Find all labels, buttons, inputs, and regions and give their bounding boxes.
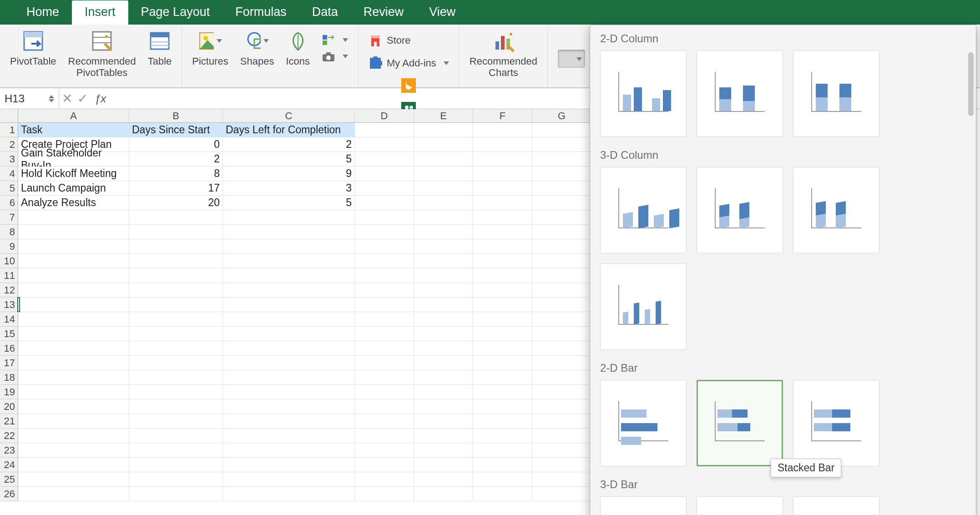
- tab-page-layout[interactable]: Page Layout: [128, 0, 223, 25]
- cell-B17[interactable]: [129, 356, 223, 370]
- cell-A18[interactable]: [18, 370, 129, 385]
- cell-D6[interactable]: [355, 196, 414, 210]
- cell-B8[interactable]: [129, 225, 223, 239]
- cell-F13[interactable]: [473, 298, 532, 312]
- column-bar-chart-button[interactable]: [558, 50, 585, 68]
- cell-B4[interactable]: 8: [129, 167, 223, 181]
- cell-F23[interactable]: [473, 443, 532, 458]
- cell-D13[interactable]: [355, 298, 414, 312]
- row-header-11[interactable]: 11: [0, 268, 18, 283]
- icons-button[interactable]: Icons: [286, 29, 310, 67]
- cell-F25[interactable]: [473, 472, 532, 487]
- cell-D20[interactable]: [355, 399, 414, 414]
- cell-B26[interactable]: [129, 487, 223, 501]
- row-header-8[interactable]: 8: [0, 225, 18, 239]
- cell-A8[interactable]: [18, 225, 129, 239]
- cell-E11[interactable]: [414, 268, 473, 283]
- cell-D2[interactable]: [355, 137, 414, 152]
- cell-A12[interactable]: [18, 283, 129, 298]
- tab-view[interactable]: View: [416, 0, 468, 25]
- cell-E3[interactable]: [414, 152, 473, 167]
- cell-C14[interactable]: [223, 312, 355, 327]
- column-header-A[interactable]: A: [18, 109, 129, 123]
- cell-G25[interactable]: [532, 472, 591, 487]
- cell-C12[interactable]: [223, 283, 355, 298]
- cell-F20[interactable]: [473, 399, 532, 414]
- cell-G16[interactable]: [532, 341, 591, 356]
- cell-F1[interactable]: [473, 123, 532, 137]
- row-header-23[interactable]: 23: [0, 443, 18, 458]
- cell-A5[interactable]: Launch Campaign: [18, 181, 129, 196]
- cell-E16[interactable]: [414, 341, 473, 356]
- cell-C26[interactable]: [223, 487, 355, 501]
- cell-C24[interactable]: [223, 458, 355, 472]
- cell-C8[interactable]: [223, 225, 355, 239]
- cell-G21[interactable]: [532, 414, 591, 429]
- cell-C3[interactable]: 5: [223, 152, 355, 167]
- smartart-button[interactable]: [322, 34, 348, 46]
- cells-area[interactable]: TaskDays Since StartDays Left for Comple…: [18, 123, 591, 501]
- tab-formulas[interactable]: Formulas: [222, 0, 299, 25]
- cell-F11[interactable]: [473, 268, 532, 283]
- chart-option-3d-stacked-bar[interactable]: [697, 496, 783, 515]
- cell-B20[interactable]: [129, 399, 223, 414]
- cell-G6[interactable]: [532, 196, 591, 210]
- cell-B22[interactable]: [129, 429, 223, 443]
- tab-home[interactable]: Home: [14, 0, 72, 25]
- cell-A11[interactable]: [18, 268, 129, 283]
- cell-B21[interactable]: [129, 414, 223, 429]
- cell-C9[interactable]: [223, 239, 355, 254]
- row-header-20[interactable]: 20: [0, 399, 18, 414]
- cell-B3[interactable]: 2: [129, 152, 223, 167]
- cell-A14[interactable]: [18, 312, 129, 327]
- cell-D10[interactable]: [355, 254, 414, 268]
- cell-C5[interactable]: 3: [223, 181, 355, 196]
- cell-G18[interactable]: [532, 370, 591, 385]
- row-header-1[interactable]: 1: [0, 123, 18, 137]
- cell-F22[interactable]: [473, 429, 532, 443]
- cell-A23[interactable]: [18, 443, 129, 458]
- row-header-24[interactable]: 24: [0, 458, 18, 472]
- row-header-12[interactable]: 12: [0, 283, 18, 298]
- cell-A6[interactable]: Analyze Results: [18, 196, 129, 210]
- cell-D24[interactable]: [355, 458, 414, 472]
- cell-G4[interactable]: [532, 167, 591, 181]
- row-header-25[interactable]: 25: [0, 472, 18, 487]
- cell-E19[interactable]: [414, 385, 473, 399]
- cell-E5[interactable]: [414, 181, 473, 196]
- scrollbar-thumb[interactable]: [968, 52, 974, 116]
- cell-D8[interactable]: [355, 225, 414, 239]
- cell-G26[interactable]: [532, 487, 591, 501]
- cell-D25[interactable]: [355, 472, 414, 487]
- cell-B23[interactable]: [129, 443, 223, 458]
- gallery-scrollbar[interactable]: [967, 52, 975, 515]
- cell-B25[interactable]: [129, 472, 223, 487]
- row-header-10[interactable]: 10: [0, 254, 18, 268]
- column-header-G[interactable]: G: [532, 109, 591, 123]
- cell-A26[interactable]: [18, 487, 129, 501]
- cell-C1[interactable]: Days Left for Completion: [223, 123, 355, 137]
- cell-F24[interactable]: [473, 458, 532, 472]
- row-header-4[interactable]: 4: [0, 167, 18, 181]
- cell-E18[interactable]: [414, 370, 473, 385]
- cell-C19[interactable]: [223, 385, 355, 399]
- row-header-2[interactable]: 2: [0, 137, 18, 152]
- stepper-up-icon[interactable]: [49, 95, 54, 98]
- cell-A17[interactable]: [18, 356, 129, 370]
- cell-E13[interactable]: [414, 298, 473, 312]
- row-header-17[interactable]: 17: [0, 356, 18, 370]
- row-header-6[interactable]: 6: [0, 196, 18, 210]
- cell-E4[interactable]: [414, 167, 473, 181]
- cell-E20[interactable]: [414, 399, 473, 414]
- column-header-B[interactable]: B: [129, 109, 223, 123]
- cell-B24[interactable]: [129, 458, 223, 472]
- name-box[interactable]: H13: [0, 88, 59, 109]
- cell-B12[interactable]: [129, 283, 223, 298]
- cell-G13[interactable]: [532, 298, 591, 312]
- cell-E21[interactable]: [414, 414, 473, 429]
- chart-option-3d-100-stacked-bar[interactable]: [793, 496, 879, 515]
- cell-C13[interactable]: [223, 298, 355, 312]
- cell-A7[interactable]: [18, 210, 129, 225]
- cell-C6[interactable]: 5: [223, 196, 355, 210]
- cell-F21[interactable]: [473, 414, 532, 429]
